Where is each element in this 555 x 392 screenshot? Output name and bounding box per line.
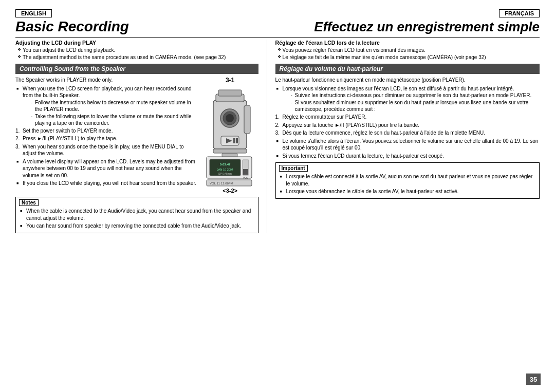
adjust-lcd-en-title: Adjusting the LCD during PLAY: [15, 40, 258, 46]
title-row: Basic Recording Effectuez un enregistrem…: [15, 18, 540, 38]
adjust-lcd-fr-bullet-2: Le réglage se fait de la même manière qu…: [278, 54, 540, 61]
important-title-fr: Important: [279, 165, 308, 172]
step-fr-1: 1.Réglez le commutateur sur PLAYER.: [275, 114, 540, 121]
content-area-en: The Speaker works in PLAYER mode only. W…: [15, 77, 258, 194]
notes-footer-en-1: When the cable is connected to the Audio…: [20, 208, 255, 221]
lang-badges: ENGLISH FRANÇAIS: [15, 9, 540, 17]
section-heading-en: Controlling Sound from the Speaker: [15, 64, 258, 74]
lang-badge-en: ENGLISH: [15, 9, 52, 17]
svg-rect-6: [244, 105, 250, 134]
title-fr: Effectuez un enregistrement simple: [314, 19, 540, 35]
col-right: Réglage de l'écran LCD lors de la lectur…: [267, 40, 540, 233]
adjust-lcd-en-bullet-2: The adjustment method is the same proced…: [17, 54, 258, 61]
sub-fr-1: Suivez les instructions ci-dessous pour …: [291, 92, 540, 99]
bullets-fr: Lorsque vous visionnez des images sur l'…: [275, 85, 540, 113]
text-content-fr: Le haut-parleur fonctionne uniquement en…: [275, 77, 540, 199]
bullet-fr-1: Lorsque vous visionnez des images sur l'…: [276, 85, 540, 113]
notes-title-en: Notes: [19, 199, 39, 206]
page: ENGLISH FRANÇAIS Basic Recording Effectu…: [0, 0, 555, 392]
main-columns: Adjusting the LCD during PLAY You can ad…: [15, 40, 540, 233]
title-en: Basic Recording: [15, 18, 129, 35]
svg-text:VOL 11      12:06PM: VOL 11 12:06PM: [210, 182, 233, 185]
sub-en-2: Take the following steps to lower the vo…: [31, 113, 198, 126]
adjust-lcd-fr-bullets: Vous pouvez régler l'écran LCD tout en v…: [275, 47, 540, 61]
step-fr-3: 3.Dès que la lecture commence, réglez le…: [275, 129, 540, 137]
page-number: 35: [526, 374, 541, 385]
notes-footer-en-2: You can hear sound from speaker by remov…: [20, 222, 255, 230]
important-fr-2: Lorsque vous débranchez le câble de la s…: [280, 188, 536, 195]
adjust-lcd-en-bullets: You can adjust the LCD during playback. …: [15, 47, 258, 61]
step-fr-2: 2.Appuyez sur la touche ►/II (PLAY/STILL…: [275, 122, 540, 129]
note-en-2: If you close the LCD while playing, you …: [16, 180, 198, 187]
adjust-lcd-fr-title: Réglage de l'écran LCD lors de la lectur…: [275, 40, 540, 46]
svg-text:VOL: VOL: [243, 176, 248, 179]
col-left: Adjusting the LCD during PLAY You can ad…: [15, 40, 267, 233]
svg-text:SP  0:45min: SP 0:45min: [218, 172, 232, 175]
text-content-en: The Speaker works in PLAYER mode only. W…: [15, 77, 198, 194]
label-32: <3-2>: [223, 188, 237, 194]
label-31: 3-1: [226, 77, 234, 84]
notes-footer-en: When the cable is connected to the Audio…: [19, 208, 255, 230]
sub-fr-2: Si vous souhaitez diminuer ou supprimer …: [291, 99, 540, 113]
svg-rect-9: [233, 138, 235, 143]
adjust-lcd-fr-bullet-1: Vous pouvez régler l'écran LCD tout en v…: [278, 47, 540, 53]
important-box-fr: Important Lorsque le câble est connecté …: [275, 162, 540, 199]
sub-en-1: Follow the instructions below to decreas…: [31, 99, 198, 113]
svg-text:JAN 10 2004: JAN 10 2004: [217, 168, 233, 171]
svg-rect-10: [236, 138, 238, 143]
steps-fr: 1.Réglez le commutateur sur PLAYER. 2.Ap…: [275, 114, 540, 137]
notes-en-bullets: A volume level display will appear on th…: [15, 158, 198, 187]
bullet-en-1: When you use the LCD screen for playback…: [16, 85, 198, 126]
adjust-lcd-en: Adjusting the LCD during PLAY You can ad…: [15, 40, 258, 61]
svg-point-3: [226, 114, 234, 122]
step-en-2: 2.Press ►/II (PLAY/STILL) to play the ta…: [15, 135, 198, 142]
important-fr-1: Lorsque le câble est connecté à la sorti…: [280, 173, 536, 187]
bullet-fr-1-sub: Suivez les instructions ci-dessous pour …: [283, 92, 540, 113]
step-en-1: 1.Set the power switch to PLAYER mode.: [15, 127, 198, 135]
note-en-1: A volume level display will appear on th…: [16, 158, 198, 179]
speaker-intro-fr: Le haut-parleur fonctionne uniquement en…: [275, 77, 540, 84]
steps-en: 1.Set the power switch to PLAYER mode. 2…: [15, 127, 198, 157]
svg-rect-20: [243, 169, 248, 175]
camcorder-svg: VOL/MF 0:03:47 JAN 10 2004 SP 0:45min: [206, 85, 254, 188]
bullet-en-1-sub: Follow the instructions below to decreas…: [23, 99, 198, 126]
svg-text:0:03:47: 0:03:47: [220, 163, 231, 166]
bullets-en: When you use the LCD screen for playback…: [15, 85, 198, 126]
svg-rect-5: [218, 90, 242, 96]
lang-badge-fr: FRANÇAIS: [499, 9, 540, 17]
notes-fr-bullets: Le volume s'affiche alors à l'écran. Vou…: [275, 138, 540, 160]
notes-box-en: Notes When the cable is connected to the…: [15, 197, 258, 233]
note-fr-2: Si vous fermez l'écran LCD durant la lec…: [276, 153, 540, 160]
adjust-lcd-en-bullet-1: You can adjust the LCD during playback.: [17, 47, 258, 53]
important-fr-bullets: Lorsque le câble est connecté à la sorti…: [279, 173, 536, 195]
step-en-3: 3.When you hear sounds once the tape is …: [15, 143, 198, 157]
adjust-lcd-fr: Réglage de l'écran LCD lors de la lectur…: [275, 40, 540, 61]
speaker-intro-en: The Speaker works in PLAYER mode only.: [15, 77, 198, 84]
note-fr-1: Le volume s'affiche alors à l'écran. Vou…: [276, 138, 540, 152]
camcorder-illustration: 3-1: [202, 77, 258, 194]
section-heading-fr: Réglage du volume du haut-parleur: [275, 64, 540, 74]
svg-rect-13: [213, 149, 247, 153]
